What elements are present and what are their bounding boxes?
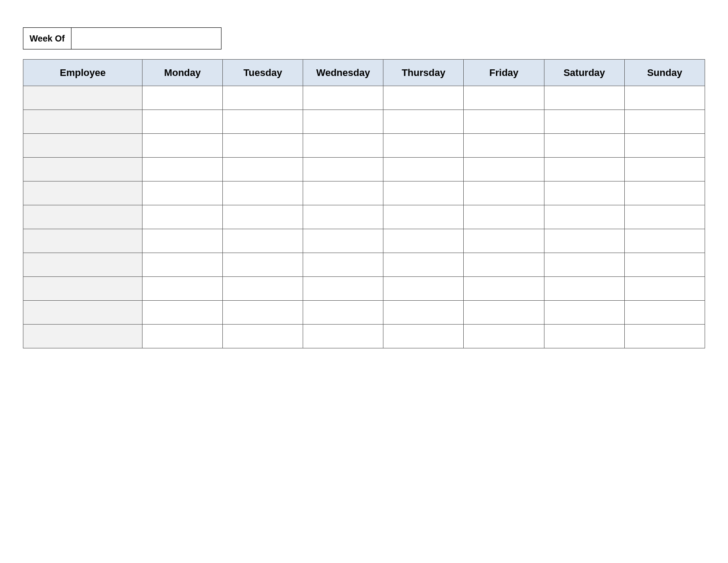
schedule-cell[interactable] xyxy=(142,301,222,325)
schedule-cell[interactable] xyxy=(142,158,222,181)
schedule-cell[interactable] xyxy=(624,110,705,134)
schedule-cell[interactable] xyxy=(303,325,383,348)
schedule-cell[interactable] xyxy=(142,229,222,253)
schedule-cell[interactable] xyxy=(303,253,383,277)
schedule-cell[interactable] xyxy=(303,181,383,205)
schedule-cell[interactable] xyxy=(383,205,464,229)
table-row xyxy=(23,158,705,181)
schedule-cell[interactable] xyxy=(303,229,383,253)
schedule-cell[interactable] xyxy=(303,110,383,134)
schedule-cell[interactable] xyxy=(624,134,705,158)
schedule-cell[interactable] xyxy=(142,134,222,158)
schedule-cell[interactable] xyxy=(464,301,544,325)
schedule-cell[interactable] xyxy=(624,277,705,301)
schedule-cell[interactable] xyxy=(383,301,464,325)
employee-cell[interactable] xyxy=(23,181,143,205)
schedule-cell[interactable] xyxy=(544,253,624,277)
schedule-cell[interactable] xyxy=(544,301,624,325)
schedule-cell[interactable] xyxy=(383,229,464,253)
schedule-cell[interactable] xyxy=(223,325,303,348)
schedule-cell[interactable] xyxy=(624,253,705,277)
schedule-cell[interactable] xyxy=(464,86,544,110)
schedule-cell[interactable] xyxy=(303,134,383,158)
schedule-cell[interactable] xyxy=(223,110,303,134)
schedule-cell[interactable] xyxy=(303,301,383,325)
schedule-cell[interactable] xyxy=(464,205,544,229)
schedule-cell[interactable] xyxy=(544,325,624,348)
employee-cell[interactable] xyxy=(23,301,143,325)
table-row xyxy=(23,205,705,229)
table-row xyxy=(23,301,705,325)
employee-cell[interactable] xyxy=(23,110,143,134)
week-of-input[interactable] xyxy=(71,27,221,49)
week-of-label: Week Of xyxy=(23,27,71,49)
schedule-cell[interactable] xyxy=(464,325,544,348)
schedule-cell[interactable] xyxy=(383,110,464,134)
schedule-cell[interactable] xyxy=(464,158,544,181)
schedule-cell[interactable] xyxy=(464,253,544,277)
schedule-cell[interactable] xyxy=(142,277,222,301)
schedule-cell[interactable] xyxy=(142,205,222,229)
schedule-cell[interactable] xyxy=(223,134,303,158)
schedule-cell[interactable] xyxy=(464,110,544,134)
schedule-cell[interactable] xyxy=(383,86,464,110)
schedule-cell[interactable] xyxy=(142,86,222,110)
schedule-cell[interactable] xyxy=(544,134,624,158)
schedule-cell[interactable] xyxy=(223,229,303,253)
schedule-cell[interactable] xyxy=(544,158,624,181)
schedule-cell[interactable] xyxy=(624,205,705,229)
schedule-cell[interactable] xyxy=(464,181,544,205)
schedule-cell[interactable] xyxy=(383,277,464,301)
schedule-cell[interactable] xyxy=(624,325,705,348)
schedule-cell[interactable] xyxy=(544,205,624,229)
schedule-cell[interactable] xyxy=(624,158,705,181)
schedule-cell[interactable] xyxy=(142,253,222,277)
employee-cell[interactable] xyxy=(23,229,143,253)
schedule-cell[interactable] xyxy=(383,181,464,205)
employee-cell[interactable] xyxy=(23,277,143,301)
schedule-cell[interactable] xyxy=(142,325,222,348)
schedule-cell[interactable] xyxy=(383,253,464,277)
table-row xyxy=(23,229,705,253)
header-employee: Employee xyxy=(23,60,143,86)
schedule-cell[interactable] xyxy=(383,134,464,158)
header-monday: Monday xyxy=(142,60,222,86)
schedule-cell[interactable] xyxy=(223,158,303,181)
employee-cell[interactable] xyxy=(23,253,143,277)
schedule-cell[interactable] xyxy=(544,86,624,110)
schedule-cell[interactable] xyxy=(544,181,624,205)
schedule-cell[interactable] xyxy=(624,301,705,325)
schedule-cell[interactable] xyxy=(544,229,624,253)
schedule-cell[interactable] xyxy=(223,301,303,325)
employee-cell[interactable] xyxy=(23,158,143,181)
schedule-cell[interactable] xyxy=(303,158,383,181)
schedule-cell[interactable] xyxy=(464,229,544,253)
schedule-cell[interactable] xyxy=(624,229,705,253)
schedule-cell[interactable] xyxy=(464,134,544,158)
schedule-cell[interactable] xyxy=(303,277,383,301)
schedule-cell[interactable] xyxy=(624,86,705,110)
schedule-cell[interactable] xyxy=(223,86,303,110)
schedule-cell[interactable] xyxy=(383,325,464,348)
table-row xyxy=(23,134,705,158)
schedule-cell[interactable] xyxy=(223,205,303,229)
schedule-cell[interactable] xyxy=(142,110,222,134)
employee-cell[interactable] xyxy=(23,134,143,158)
schedule-cell[interactable] xyxy=(223,181,303,205)
employee-cell[interactable] xyxy=(23,205,143,229)
schedule-cell[interactable] xyxy=(624,181,705,205)
table-row xyxy=(23,325,705,348)
schedule-cell[interactable] xyxy=(544,110,624,134)
schedule-cell[interactable] xyxy=(544,277,624,301)
schedule-body xyxy=(23,86,705,348)
schedule-cell[interactable] xyxy=(142,181,222,205)
schedule-cell[interactable] xyxy=(464,277,544,301)
schedule-cell[interactable] xyxy=(223,277,303,301)
schedule-cell[interactable] xyxy=(383,158,464,181)
employee-cell[interactable] xyxy=(23,86,143,110)
schedule-cell[interactable] xyxy=(303,205,383,229)
schedule-cell[interactable] xyxy=(223,253,303,277)
header-sunday: Sunday xyxy=(624,60,705,86)
schedule-cell[interactable] xyxy=(303,86,383,110)
employee-cell[interactable] xyxy=(23,325,143,348)
